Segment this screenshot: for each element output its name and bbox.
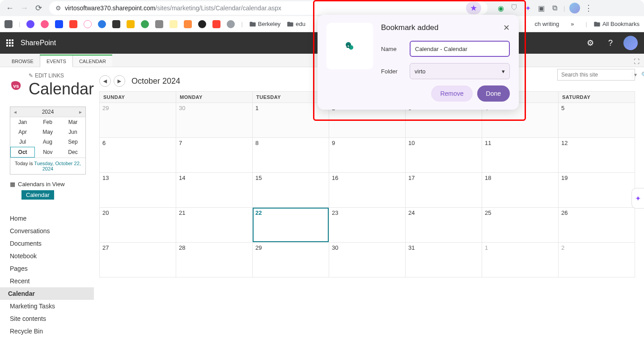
search-icon[interactable]: 🔍 [639,72,644,78]
ribbon-tab-browse[interactable]: BROWSE [5,55,40,67]
mini-cal-month[interactable]: Oct [11,147,35,158]
prev-month-button[interactable]: ◄ [99,75,111,87]
nav-link[interactable]: Site contents [10,312,94,325]
calendar-cell[interactable]: 19 [559,173,635,208]
search-input[interactable] [558,72,632,78]
nav-link[interactable]: Documents [10,237,94,250]
mini-cal-month[interactable]: May [35,127,61,137]
calendar-cell[interactable]: 28 [176,243,253,277]
nav-link[interactable]: Calendar [0,287,94,300]
calendar-cell[interactable]: 29 [253,243,329,277]
calendar-cell[interactable]: 8 [253,138,329,173]
calendar-cell[interactable]: 21 [176,208,253,243]
ribbon-tab-calendar[interactable]: CALENDAR [73,55,112,67]
calendar-cell[interactable]: 12 [559,138,635,173]
calendar-cell[interactable]: 24 [406,208,482,243]
calendar-cell[interactable]: 20 [100,208,176,243]
mini-cal-month[interactable]: Aug [35,137,61,147]
mini-cal-month[interactable]: Apr [11,127,35,137]
settings-icon[interactable]: ⚙ [583,38,597,48]
app-launcher-button[interactable] [6,39,13,47]
mini-cal-month[interactable]: Jun [61,127,85,137]
forward-button[interactable]: → [18,2,30,14]
bookmark-folder-writing[interactable]: ch writing [534,21,559,27]
calendar-cell[interactable]: 30 [176,103,253,138]
browser-menu-button[interactable]: ⋮ [585,3,593,13]
mini-cal-month[interactable]: Nov [35,147,61,158]
bookmark-icon[interactable] [84,20,92,28]
bookmark-folder-select[interactable]: virto ▾ [410,63,510,79]
mini-cal-month[interactable]: Sep [61,137,85,147]
calendar-cell[interactable]: 22 [253,208,329,243]
bookmark-icon[interactable] [198,20,206,28]
extension-icon-2[interactable]: ⛉ [510,4,519,13]
nav-link[interactable]: Recent [10,275,94,287]
mini-cal-month[interactable]: Mar [61,117,85,127]
bookmark-folder-edu[interactable]: edu [287,21,305,28]
calendar-cell[interactable]: 25 [482,208,559,243]
extensions-button[interactable]: ⧉ [550,4,559,13]
calendar-cell[interactable]: 18 [482,173,559,208]
calendar-cell[interactable]: 1 [482,243,559,277]
bookmark-icon[interactable] [55,20,63,28]
bookmarks-overflow[interactable]: » [565,21,579,27]
calendar-cell[interactable]: 5 [559,103,635,138]
remove-button[interactable]: Remove [431,85,472,102]
calendar-badge[interactable]: Calendar [21,190,54,200]
bookmark-name-input[interactable] [410,41,510,57]
bookmark-icon[interactable] [169,20,178,28]
calendar-cell[interactable]: 7 [176,138,253,173]
extension-icon-3[interactable]: ✦ [523,4,532,13]
nav-link[interactable]: Notebook [10,250,94,262]
extension-icon-4[interactable]: ▣ [537,4,546,13]
bookmark-icon[interactable] [41,20,49,28]
calendar-cell[interactable]: 9 [329,138,406,173]
calendar-cell[interactable]: 31 [406,243,482,277]
calendar-cell[interactable]: 13 [100,173,176,208]
calendar-cell[interactable]: 16 [329,173,406,208]
next-month-button[interactable]: ► [114,75,125,87]
bookmark-icon[interactable] [227,20,235,28]
done-button[interactable]: Done [477,85,510,102]
calendar-cell[interactable]: 26 [559,208,635,243]
calendar-cell[interactable]: 30 [329,243,406,277]
today-link[interactable]: Tuesday, October 22, 2024 [34,161,81,171]
user-avatar[interactable] [623,36,638,50]
calendar-cell[interactable]: 29 [100,103,176,138]
calendar-cell[interactable]: 6 [100,138,176,173]
bookmark-icon[interactable] [141,20,149,28]
calendar-cell[interactable]: 11 [482,138,559,173]
mini-cal-next[interactable]: ► [78,110,83,115]
all-bookmarks-button[interactable]: All Bookmarks [593,21,640,28]
calendar-cell[interactable]: 17 [406,173,482,208]
site-search[interactable]: ▾ 🔍 [557,69,635,81]
nav-link[interactable]: Conversations [10,225,94,237]
reload-button[interactable]: ⟳ [32,2,45,14]
calendar-cell[interactable]: 10 [406,138,482,173]
profile-avatar[interactable] [569,3,580,13]
bookmark-icon[interactable] [26,20,34,28]
bookmark-icon[interactable] [69,20,77,28]
calendar-cell[interactable]: 2 [559,243,635,277]
nav-link[interactable]: Recycle Bin [10,325,94,337]
bookmark-icon[interactable] [112,20,120,28]
nav-link[interactable]: Marketing Tasks [10,300,94,312]
mini-cal-prev[interactable]: ◄ [13,110,17,115]
bookmark-icon[interactable] [184,20,192,28]
calendar-cell[interactable]: 1 [253,103,329,138]
nav-link[interactable]: Pages [10,262,94,275]
search-scope-dropdown[interactable]: ▾ [632,72,639,78]
address-bar[interactable]: ⚙ virtosoftware370.sharepoint.com/sites/… [49,1,487,15]
ai-sidebar-button[interactable]: ✦ [631,188,644,209]
dialog-close-button[interactable]: ✕ [503,23,510,33]
calendar-cell[interactable]: 23 [329,208,406,243]
app-name[interactable]: SharePoint [21,39,56,47]
fullscreen-icon[interactable]: ⛶ [629,56,644,67]
mini-cal-month[interactable]: Jul [11,137,35,147]
calendar-cell[interactable]: 14 [176,173,253,208]
bookmark-icon[interactable] [4,20,13,28]
nav-link[interactable]: Home [10,212,94,225]
extension-icon-1[interactable]: ◉ [496,4,505,13]
bookmark-icon[interactable] [98,20,106,28]
bookmark-star-button[interactable]: ★ [466,2,481,14]
